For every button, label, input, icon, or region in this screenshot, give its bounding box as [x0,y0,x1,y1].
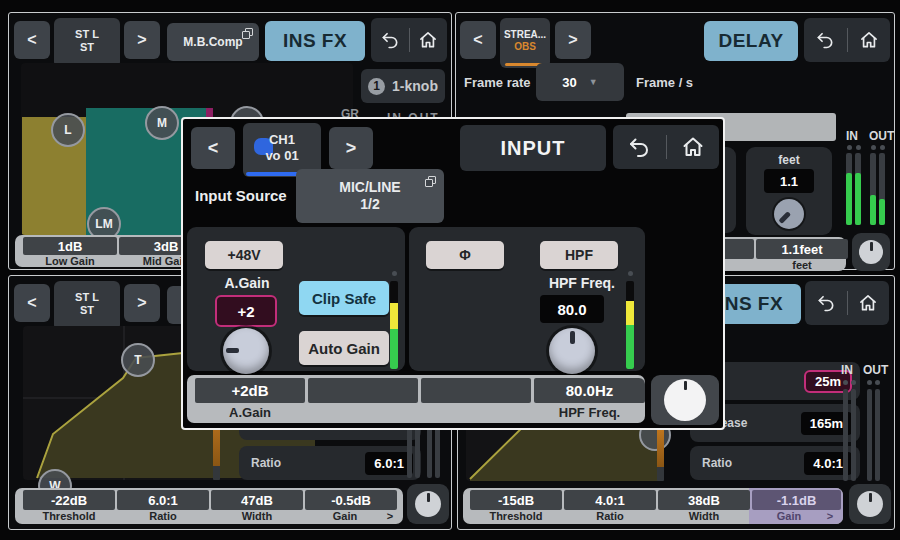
ratio-row[interactable]: Ratio 4.0:1 [690,446,860,480]
home-button[interactable] [848,18,891,62]
param-cell[interactable]: -0.5dB [305,490,397,510]
touch-knob-button[interactable] [651,375,719,425]
home-button[interactable] [667,125,720,169]
one-knob-button[interactable]: 1 1-knob [361,69,445,103]
touch-knob-button[interactable] [407,484,449,524]
peak-dot [392,271,397,276]
input-source-label: Input Source [195,187,287,204]
peak-dot [880,145,885,150]
peak-dot [628,271,633,276]
auto-gain-button[interactable]: Auto Gain [299,331,389,365]
touch-knob-button[interactable] [849,484,891,524]
channel-select-button[interactable]: ST L ST [54,18,120,68]
strip-page-chevron[interactable]: > [383,509,397,523]
param-cell[interactable]: 47dB [211,490,303,510]
next-channel-button[interactable]: > [555,21,591,59]
chevron-down-icon: ▼ [589,77,598,87]
param-cell-label: Threshold [470,510,562,522]
phase-button[interactable]: Φ [426,241,504,269]
param-cell[interactable] [308,378,418,403]
feet-label: feet [746,153,832,167]
undo-icon [380,30,400,50]
band-handle-mid[interactable]: M [145,106,179,140]
in-meter-label: IN [846,129,858,143]
feet-value[interactable]: 1.1 [764,169,814,193]
again-knob[interactable] [223,328,269,374]
one-knob-badge-icon: 1 [368,78,385,95]
param-cell[interactable]: 1dB [23,237,117,255]
next-channel-button[interactable]: > [329,127,373,169]
feet-knob[interactable] [774,199,804,229]
knob-icon [664,379,706,421]
band-handle-low[interactable]: L [51,113,85,147]
prev-channel-button[interactable]: < [191,127,235,169]
copy-icon [242,28,253,39]
peak-dot [856,145,861,150]
param-cell[interactable]: -1.1dB [752,490,841,510]
hpf-button[interactable]: HPF [540,241,618,269]
next-channel-button[interactable]: > [124,21,160,59]
hpf-freq-knob[interactable] [549,328,595,374]
home-button[interactable] [848,281,890,325]
next-channel-button[interactable]: > [124,284,160,322]
channel-name-line2: ST [80,41,94,54]
out-meter-bar [870,153,876,225]
home-icon [859,30,879,50]
in-meter-label: IN [841,363,853,377]
channel-select-button[interactable]: STREA... OBS [500,18,550,68]
in-meter-bar [846,153,852,225]
input-source-button[interactable]: MIC/LINE 1/2 [296,169,444,223]
channel-name-line1: ST L [75,291,99,304]
param-cell[interactable]: -22dB [23,490,115,510]
param-cell[interactable]: 4.0:1 [564,490,656,510]
channel-name-line1: STREA... [504,29,546,41]
nav-box [805,281,889,325]
param-cell[interactable]: +2dB [195,378,305,403]
param-cell[interactable]: 6.0:1 [117,490,209,510]
out-meter-bar [875,389,880,481]
back-button[interactable] [371,18,409,62]
param-cell-label: Threshold [23,510,115,522]
knob-pointer [549,328,595,374]
param-cell[interactable]: 1.1feet [756,239,848,259]
ratio-value[interactable]: 6.0:1 [365,452,413,475]
frame-rate-dropdown[interactable]: 30 ▼ [536,63,624,101]
param-cell[interactable]: 38dB [658,490,750,510]
prev-channel-button[interactable]: < [14,284,50,322]
prev-channel-button[interactable]: < [460,21,496,59]
param-cell-label: Gain [305,510,385,522]
back-button[interactable] [804,18,847,62]
phantom-48v-button[interactable]: +48V [205,241,283,269]
frame-rate-label: Frame rate [464,75,530,90]
touch-knob-button[interactable] [852,233,890,271]
out-meter-bar [867,389,872,481]
input-source-line2: 1/2 [360,196,379,214]
home-icon [418,30,438,50]
knob-pointer [223,328,269,374]
frame-rate-value: 30 [562,75,576,90]
hpf-freq-value[interactable]: 80.0 [540,295,604,323]
page-title: INS FX [265,21,365,61]
clip-safe-button[interactable]: Clip Safe [299,281,389,315]
param-cell-label: Width [658,510,750,522]
channel-select-button[interactable]: ST L ST [54,281,120,331]
again-section: +48V A.Gain +2 Clip Safe Auto Gain [187,227,405,371]
param-cell[interactable]: -15dB [470,490,562,510]
strip-page-chevron[interactable]: > [823,509,837,523]
peak-dot [847,145,852,150]
param-cell[interactable]: 80.0Hz [534,378,645,403]
home-button[interactable] [410,18,448,62]
channel-name-line2: OBS [514,41,536,53]
param-cell[interactable] [421,378,531,403]
mixer-screen: < ST L ST > M.B.Comp INS FX L M [0,0,900,540]
fx-slot-button[interactable]: M.B.Comp [167,23,259,61]
param-cell-label: Ratio [564,510,656,522]
prev-channel-button[interactable]: < [14,21,50,59]
ratio-row[interactable]: Ratio 6.0:1 [239,446,421,480]
threshold-handle[interactable]: T [121,343,155,377]
back-button[interactable] [805,281,847,325]
again-value[interactable]: +2 [215,295,277,327]
back-button[interactable] [613,125,666,169]
nav-box [613,125,719,169]
peak-dot [851,380,856,385]
